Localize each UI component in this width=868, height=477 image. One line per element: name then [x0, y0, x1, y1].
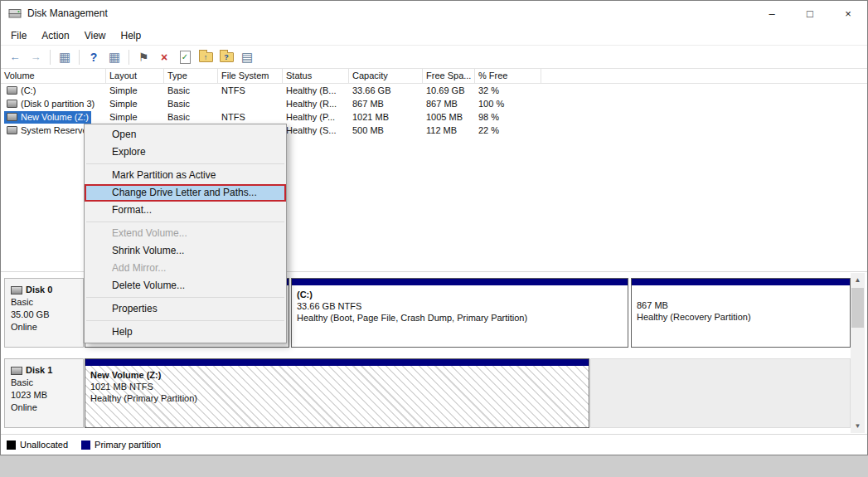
- layout-cell: Simple: [106, 85, 164, 95]
- menu-item-format[interactable]: Format...: [85, 202, 286, 219]
- disk-size: 1023 MB: [11, 389, 83, 402]
- pct-free-cell: 100 %: [475, 99, 541, 109]
- partition-status: Healthy (Primary Partition): [90, 392, 584, 404]
- menu-separator: [86, 297, 284, 298]
- volume-name: New Volume (Z:): [21, 112, 89, 122]
- menu-item-explore[interactable]: Explore: [85, 144, 286, 161]
- column-header-capacity[interactable]: Capacity: [349, 69, 423, 83]
- column-header-pct-free[interactable]: % Free: [475, 69, 541, 83]
- menu-item-properties[interactable]: Properties: [85, 300, 286, 318]
- disk0-partition-recovery[interactable]: 867 MB Healthy (Recovery Partition): [631, 278, 851, 348]
- partition-size: 867 MB: [637, 299, 845, 311]
- disk-name: Disk 1: [26, 364, 52, 377]
- partition-color-strip: [292, 279, 628, 285]
- folder-up-glyph: ↑: [199, 52, 213, 62]
- menu-item-shrink-volume[interactable]: Shrink Volume...: [85, 242, 286, 260]
- disk-size: 35.00 GB: [11, 309, 83, 321]
- menu-item-extend-volume: Extend Volume...: [85, 225, 286, 242]
- folder-question-icon[interactable]: ?: [217, 48, 235, 66]
- form-icon[interactable]: ▤: [238, 48, 256, 66]
- console-tree-icon[interactable]: ▦: [56, 48, 74, 66]
- disk-management-window: Disk Management – □ × File Action View H…: [0, 0, 868, 455]
- back-icon[interactable]: ←: [6, 48, 24, 66]
- legend-label: Unallocated: [20, 440, 68, 450]
- column-header-file-system[interactable]: File System: [218, 69, 283, 83]
- volume-row-disk0-partition3[interactable]: (Disk 0 partition 3) Simple Basic Health…: [1, 97, 867, 110]
- column-header-free-space[interactable]: Free Spa...: [423, 69, 475, 83]
- folder-up-icon[interactable]: ↑: [196, 48, 215, 66]
- volume-row-c[interactable]: (C:) Simple Basic NTFS Healthy (B... 33.…: [1, 84, 867, 97]
- capacity-cell: 33.66 GB: [349, 85, 423, 95]
- disk-icon: [11, 367, 22, 375]
- volume-icon: [7, 100, 17, 108]
- menu-view[interactable]: View: [77, 26, 114, 45]
- status-cell: Healthy (B...: [283, 85, 349, 95]
- partition-title: (C:): [297, 289, 623, 300]
- partition-title: New Volume (Z:): [90, 369, 584, 381]
- pct-free-cell: 22 %: [475, 125, 541, 135]
- menu-item-add-mirror: Add Mirror...: [85, 260, 286, 277]
- menu-item-mark-partition-active[interactable]: Mark Partition as Active: [85, 167, 286, 184]
- partition-size: 1021 MB NTFS: [90, 381, 584, 392]
- scrollbar-thumb[interactable]: [851, 288, 864, 328]
- disk-management-app-icon: [8, 7, 22, 20]
- disk1-empty-area: [590, 358, 851, 428]
- scroll-down-icon[interactable]: ▼: [851, 419, 865, 433]
- type-cell: Basic: [164, 112, 218, 122]
- toolbar-separator: [129, 50, 129, 65]
- file-system-cell: NTFS: [218, 112, 283, 122]
- delete-volume-icon[interactable]: ×: [155, 48, 173, 66]
- volume-list-header: Volume Layout Type File System Status Ca…: [1, 69, 867, 84]
- menu-item-help[interactable]: Help: [85, 324, 286, 341]
- check-document-icon[interactable]: ✓: [176, 48, 194, 66]
- menu-help[interactable]: Help: [114, 26, 149, 45]
- legend-label: Primary partition: [95, 440, 161, 450]
- status-cell: Healthy (R...: [283, 99, 349, 109]
- menubar: File Action View Help: [1, 26, 867, 46]
- menu-item-open[interactable]: Open: [85, 126, 286, 144]
- menu-separator: [86, 320, 284, 321]
- volume-icon: [7, 86, 17, 95]
- disk-icon: [11, 286, 22, 294]
- disk-status: Online: [11, 321, 83, 333]
- column-header-volume[interactable]: Volume: [1, 69, 106, 83]
- forward-icon[interactable]: →: [27, 48, 45, 66]
- scroll-up-icon[interactable]: ▲: [851, 273, 865, 287]
- selected-volume-highlight: New Volume (Z:): [4, 111, 91, 124]
- disk0-partition-c[interactable]: (C:) 33.66 GB NTFS Healthy (Boot, Page F…: [291, 278, 628, 348]
- disk1-partition-z[interactable]: New Volume (Z:) 1021 MB NTFS Healthy (Pr…: [85, 358, 589, 428]
- capacity-cell: 1021 MB: [349, 112, 423, 122]
- menu-item-delete-volume[interactable]: Delete Volume...: [85, 277, 286, 294]
- type-cell: Basic: [164, 85, 218, 95]
- free-space-cell: 1005 MB: [423, 112, 475, 122]
- disk1-panel[interactable]: Disk 1 Basic 1023 MB Online: [4, 358, 84, 428]
- export-list-icon[interactable]: ▦: [105, 48, 124, 66]
- disk-type: Basic: [11, 377, 83, 389]
- minimize-button[interactable]: –: [753, 1, 791, 26]
- legend-unallocated: Unallocated: [7, 440, 68, 450]
- file-system-cell: NTFS: [218, 85, 283, 95]
- vertical-scrollbar[interactable]: ▲ ▼: [851, 273, 865, 433]
- volume-name: (Disk 0 partition 3): [21, 99, 95, 109]
- legend-primary-partition: Primary partition: [81, 440, 161, 450]
- menu-file[interactable]: File: [3, 26, 34, 45]
- disk-name: Disk 0: [26, 284, 52, 296]
- close-button[interactable]: ×: [829, 1, 867, 26]
- menu-separator: [86, 221, 284, 222]
- help-icon[interactable]: ?: [85, 48, 103, 66]
- column-header-layout[interactable]: Layout: [106, 69, 164, 83]
- volume-row-new-volume-z[interactable]: New Volume (Z:) Simple Basic NTFS Health…: [1, 110, 867, 124]
- menu-action[interactable]: Action: [34, 26, 76, 45]
- disk0-panel[interactable]: Disk 0 Basic 35.00 GB Online: [4, 278, 84, 348]
- menu-item-change-drive-letter[interactable]: Change Drive Letter and Paths...: [85, 184, 286, 202]
- status-cell: Healthy (P...: [283, 112, 349, 122]
- partition-status: Healthy (Recovery Partition): [637, 311, 845, 323]
- maximize-button[interactable]: □: [791, 1, 829, 26]
- column-header-type[interactable]: Type: [164, 69, 218, 83]
- menu-separator: [86, 163, 284, 164]
- flag-icon[interactable]: ⚑: [134, 48, 153, 66]
- free-space-cell: 10.69 GB: [423, 85, 475, 95]
- column-header-status[interactable]: Status: [283, 69, 349, 83]
- disk-status: Online: [11, 402, 83, 414]
- volume-name: (C:): [21, 85, 36, 95]
